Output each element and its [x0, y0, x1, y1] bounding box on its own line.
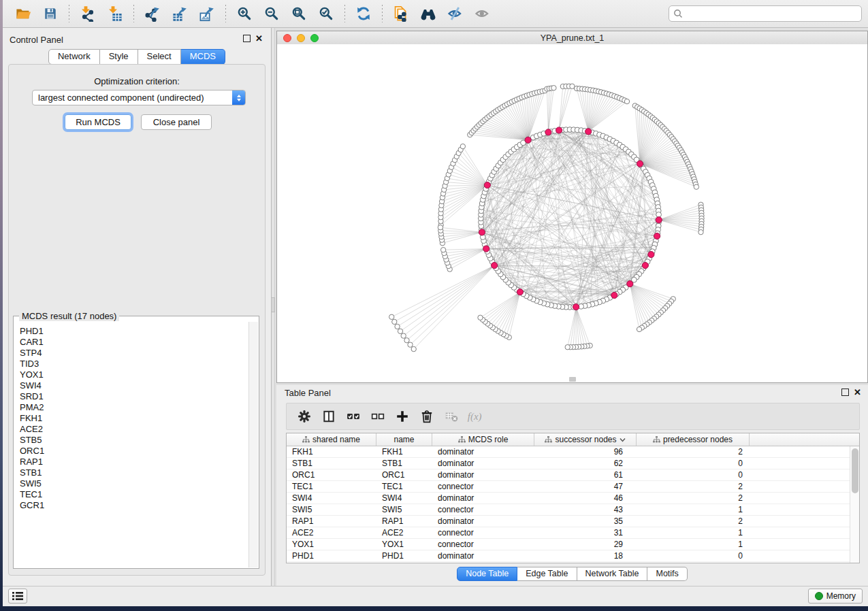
mcds-result-item[interactable]: ORC1: [20, 446, 248, 457]
table-cell: RAP1: [287, 516, 376, 527]
tab-mcds[interactable]: MCDS: [181, 49, 225, 65]
import-table-icon[interactable]: [105, 3, 125, 24]
import-network-icon[interactable]: [78, 3, 98, 24]
add-icon[interactable]: [393, 407, 412, 426]
table-row[interactable]: RAP1RAP1dominator352: [287, 516, 859, 527]
toolbar-separator: [225, 5, 226, 22]
zoom-out-icon[interactable]: [261, 3, 282, 24]
network-canvas[interactable]: [277, 44, 867, 382]
save-icon[interactable]: [40, 3, 61, 24]
horizontal-splitter-grip[interactable]: [569, 377, 576, 382]
memory-button[interactable]: Memory: [808, 589, 863, 604]
tab-motifs[interactable]: Motifs: [647, 567, 687, 581]
search-icon: [673, 9, 683, 18]
delete-icon[interactable]: [417, 407, 436, 426]
zoom-fit-icon[interactable]: [289, 3, 309, 24]
table-row[interactable]: ACE2ACE2connector311: [287, 527, 859, 539]
table-row[interactable]: SWI5SWI5connector431: [287, 504, 859, 516]
status-bar: Memory: [3, 586, 868, 606]
table-row[interactable]: STB1STB1dominator620: [287, 458, 859, 469]
table-cell: dominator: [432, 446, 534, 457]
table-row[interactable]: PHD1PHD1dominator180: [287, 550, 859, 562]
table-cell: SWI4: [287, 493, 376, 503]
column-header-name[interactable]: name: [376, 433, 432, 446]
mcds-result-item[interactable]: RAP1: [20, 457, 248, 467]
table-row[interactable]: ORC1ORC1dominator610: [287, 469, 859, 481]
criterion-label: Optimization criterion:: [9, 76, 265, 86]
tab-style[interactable]: Style: [100, 49, 138, 65]
close-table-panel-icon[interactable]: ✕: [854, 389, 861, 395]
table-cell: 46: [534, 493, 637, 503]
float-panel-icon[interactable]: [243, 35, 251, 42]
zoom-selected-icon[interactable]: [316, 3, 336, 24]
run-mcds-button[interactable]: Run MCDS: [65, 114, 131, 130]
table-scrollbar[interactable]: [850, 446, 859, 563]
mcds-result-item[interactable]: GCR1: [20, 500, 248, 511]
zoom-in-icon[interactable]: [234, 3, 255, 24]
mcds-result-item[interactable]: STP4: [20, 348, 248, 359]
search-input[interactable]: [686, 8, 861, 19]
mcds-result-item[interactable]: SWI5: [20, 478, 248, 489]
column-header-successor-nodes[interactable]: successor nodes: [534, 433, 637, 446]
task-history-button[interactable]: [8, 589, 27, 604]
mcds-result-scrollbar[interactable]: [248, 322, 258, 567]
tab-node-table[interactable]: Node Table: [457, 567, 517, 581]
mcds-result-item[interactable]: CAR1: [20, 337, 248, 348]
table-tabs: Node TableEdge TableNetwork TableMotifs: [276, 567, 868, 581]
deselect-all-icon[interactable]: [368, 407, 387, 426]
search-box[interactable]: [669, 5, 862, 22]
mcds-result-list[interactable]: PHD1CAR1STP4TID3YOX1SWI4SRD1PMA2FKH1ACE2…: [14, 323, 248, 567]
show-columns-icon[interactable]: [319, 407, 338, 426]
refresh-icon[interactable]: [353, 3, 374, 24]
memory-status-icon: [815, 592, 823, 600]
export-image-icon[interactable]: [197, 3, 217, 24]
tab-network-table[interactable]: Network Table: [577, 567, 648, 581]
table-row[interactable]: TEC1TEC1connector472: [287, 481, 859, 493]
control-panel-title: Control Panel: [10, 33, 63, 46]
network-window-titlebar[interactable]: YPA_prune.txt_1: [277, 31, 867, 45]
column-header-shared-name[interactable]: shared name: [287, 433, 376, 446]
search-network-icon[interactable]: [418, 3, 438, 24]
float-table-panel-icon[interactable]: [841, 389, 849, 396]
table-cell: YOX1: [287, 539, 376, 550]
clone-network-icon[interactable]: [391, 3, 411, 24]
table-cell: PHD1: [287, 550, 376, 561]
toolbar-separator: [69, 5, 69, 22]
table-scrollbar-thumb[interactable]: [852, 448, 858, 493]
mcds-result-item[interactable]: SRD1: [20, 391, 248, 402]
toolbar-separator: [133, 5, 134, 22]
column-header-MCDS-role[interactable]: MCDS role: [432, 433, 534, 446]
tab-select[interactable]: Select: [138, 49, 181, 65]
mcds-result-item[interactable]: PMA2: [20, 402, 248, 413]
column-header-predecessor-nodes[interactable]: predecessor nodes: [637, 433, 750, 446]
tab-edge-table[interactable]: Edge Table: [517, 567, 577, 581]
table-row[interactable]: FKH1FKH1dominator962: [287, 446, 859, 458]
table-panel: Table Panel ✕ f(x) shared namenameMCDS r…: [276, 385, 868, 587]
gear-icon[interactable]: [295, 407, 314, 426]
open-icon[interactable]: [13, 3, 33, 24]
export-network-icon[interactable]: [142, 3, 163, 24]
table-cell: 96: [534, 446, 637, 457]
table-cell: 2: [637, 493, 750, 503]
mcds-result-item[interactable]: SWI4: [20, 380, 248, 391]
network-window-title: YPA_prune.txt_1: [277, 33, 867, 43]
export-table-icon[interactable]: [170, 3, 190, 24]
mcds-result-item[interactable]: ACE2: [20, 424, 248, 435]
tab-network[interactable]: Network: [48, 49, 100, 65]
select-all-icon[interactable]: [344, 407, 363, 426]
function-builder-icon: f(x): [466, 407, 485, 426]
mcds-result-item[interactable]: STB5: [20, 435, 248, 446]
hide-selected-icon[interactable]: [445, 3, 466, 24]
table-row[interactable]: SWI4SWI4dominator462: [287, 493, 859, 504]
mcds-result-item[interactable]: PHD1: [20, 326, 248, 337]
criterion-select[interactable]: largest connected component (undirected): [32, 90, 246, 105]
close-panel-button[interactable]: Close panel: [141, 114, 212, 130]
mcds-result-item[interactable]: TID3: [20, 359, 248, 369]
table-row[interactable]: YOX1YOX1connector291: [287, 539, 859, 550]
close-panel-icon[interactable]: ✕: [255, 35, 263, 42]
mcds-result-item[interactable]: YOX1: [20, 369, 248, 380]
mcds-result-item[interactable]: STB1: [20, 467, 248, 478]
table-cell: connector: [432, 539, 534, 550]
mcds-result-item[interactable]: TEC1: [20, 489, 248, 500]
mcds-result-item[interactable]: FKH1: [20, 413, 248, 424]
